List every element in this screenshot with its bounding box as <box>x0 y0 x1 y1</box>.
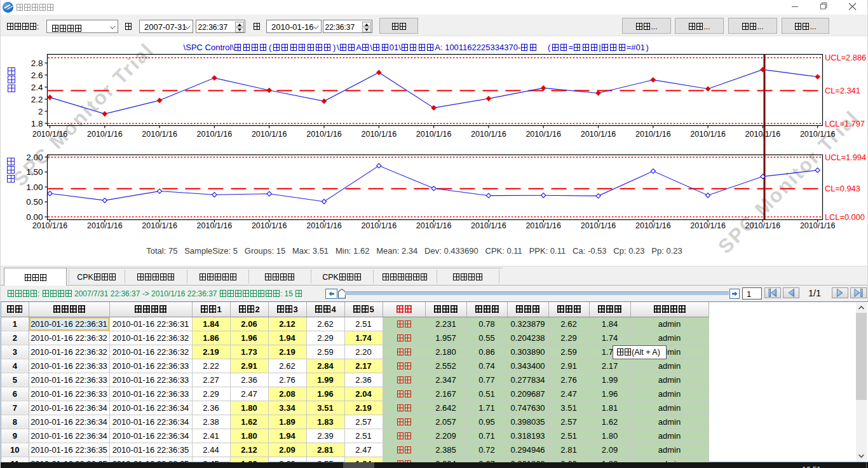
svg-text:2010/1/16: 2010/1/16 <box>306 221 342 230</box>
svg-text:2010/1/16: 2010/1/16 <box>690 221 726 230</box>
svg-text:2010/1/16: 2010/1/16 <box>252 130 287 139</box>
svg-text:2010/1/16: 2010/1/16 <box>142 221 177 230</box>
svg-text:Total: 75 SampleSize: 5 Gr: Total: 75 SampleSize: 5 Groups: 15 Max: … <box>146 246 682 256</box>
svg-text:2010/1/16: 2010/1/16 <box>87 130 123 139</box>
svg-text:2010/1/16: 2010/1/16 <box>745 130 781 139</box>
svg-text:2010/1/16: 2010/1/16 <box>361 130 397 139</box>
svg-text:UCL=2.886: UCL=2.886 <box>825 53 866 62</box>
svg-text:2010/1/16: 2010/1/16 <box>745 221 781 230</box>
svg-text:2.8: 2.8 <box>31 59 43 68</box>
svg-text:0.50: 0.50 <box>26 197 43 207</box>
svg-text:2010/1/16: 2010/1/16 <box>800 221 836 230</box>
svg-text:CL=2.341: CL=2.341 <box>825 86 860 95</box>
svg-text:UCL=1.994: UCL=1.994 <box>825 153 866 162</box>
svg-text:2010/1/16: 2010/1/16 <box>471 221 506 230</box>
svg-text:2010/1/16: 2010/1/16 <box>526 221 561 230</box>
svg-text:1.50: 1.50 <box>26 167 43 177</box>
svg-text:1.8: 1.8 <box>31 119 43 128</box>
svg-text:1.00: 1.00 <box>26 182 43 192</box>
svg-text:2010/1/16: 2010/1/16 <box>635 130 671 139</box>
svg-text:2.00: 2.00 <box>26 153 43 162</box>
svg-text:CL=0.943: CL=0.943 <box>825 184 860 193</box>
svg-text:2010/1/16: 2010/1/16 <box>361 221 397 230</box>
svg-text:2010/1/16: 2010/1/16 <box>581 130 616 139</box>
svg-text:2010/1/16: 2010/1/16 <box>32 130 68 139</box>
svg-text:2.4: 2.4 <box>31 83 43 92</box>
svg-text:LCL=1.797: LCL=1.797 <box>825 119 865 128</box>
svg-text:2010/1/16: 2010/1/16 <box>471 130 506 139</box>
svg-text:2010/1/16: 2010/1/16 <box>32 221 68 230</box>
svg-text:2010/1/16: 2010/1/16 <box>635 221 671 230</box>
svg-text:2010/1/16: 2010/1/16 <box>197 130 233 139</box>
svg-text:2010/1/16: 2010/1/16 <box>252 221 287 230</box>
svg-text:2010/1/16: 2010/1/16 <box>526 130 561 139</box>
svg-text:2010/1/16: 2010/1/16 <box>800 130 836 139</box>
svg-text:2010/1/16: 2010/1/16 <box>87 221 123 230</box>
svg-text:LCL=0.000: LCL=0.000 <box>825 212 865 222</box>
svg-text:2010/1/16: 2010/1/16 <box>690 130 726 139</box>
svg-text:2010/1/16: 2010/1/16 <box>142 130 177 139</box>
svg-text:2010/1/16: 2010/1/16 <box>581 221 616 230</box>
svg-text:0.00: 0.00 <box>26 212 43 222</box>
svg-text:2.6: 2.6 <box>31 71 43 80</box>
svg-text:2010/1/16: 2010/1/16 <box>416 130 452 139</box>
svg-text:2010/1/16: 2010/1/16 <box>197 221 233 230</box>
svg-text:2010/1/16: 2010/1/16 <box>306 130 342 139</box>
svg-text:2.2: 2.2 <box>31 95 43 104</box>
svg-text:2010/1/16: 2010/1/16 <box>416 221 452 230</box>
svg-text:2: 2 <box>38 107 43 116</box>
